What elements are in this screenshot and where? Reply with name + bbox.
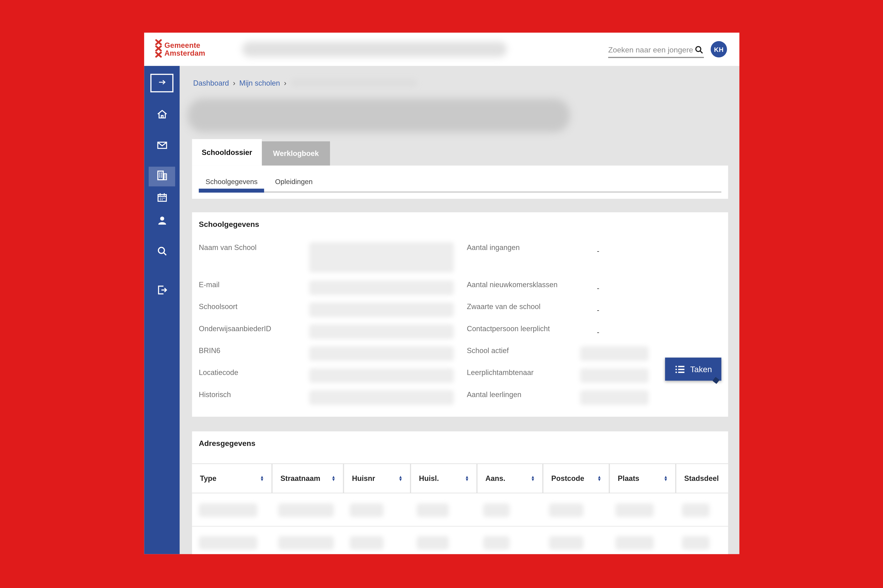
logout-icon (156, 284, 168, 298)
sort-arrows-icon[interactable]: ▲▼ (465, 475, 469, 482)
cell-value-redacted (199, 536, 257, 550)
field-label: Aantal nieuwkomersklassen (467, 280, 558, 289)
field-value-redacted (309, 346, 454, 361)
sort-down-icon: ▼ (597, 478, 601, 481)
taken-label: Taken (690, 364, 712, 374)
field-value: - (597, 306, 599, 314)
sort-down-icon: ▼ (465, 478, 469, 481)
cell-value-redacted (483, 503, 510, 517)
column-label: Straatnaam (280, 474, 320, 483)
column-header-type[interactable]: Type▲▼ (192, 464, 271, 493)
cell-value-redacted (417, 536, 449, 550)
schoolgegevens-card: Schoolgegevens Naam van SchoolE-mailScho… (192, 212, 728, 417)
column-label: Stadsdeel (684, 474, 719, 483)
field-label: Aantal leerlingen (467, 390, 521, 399)
sort-down-icon: ▼ (331, 478, 336, 481)
column-header-postcode[interactable]: Postcode▲▼ (543, 464, 609, 493)
table-cell (271, 527, 343, 554)
sort-down-icon: ▼ (531, 478, 535, 481)
search-icon (156, 245, 168, 260)
subtab-schoolgegevens[interactable]: Schoolgegevens (205, 178, 258, 186)
breadcrumb-link-dashboard[interactable]: Dashboard (193, 79, 229, 87)
tab-schooldossier[interactable]: Schooldossier (192, 139, 262, 166)
tab-werklogboek[interactable]: Werklogboek (262, 141, 330, 165)
column-header-straatnaam[interactable]: Straatnaam▲▼ (271, 464, 343, 493)
sidebar-item-logout[interactable] (144, 285, 180, 297)
card-title: Schoolgegevens (199, 220, 259, 229)
column-header-huisnr[interactable]: Huisnr▲▼ (343, 464, 410, 493)
column-label: Huisl. (419, 474, 439, 483)
field-label: Aantal ingangen (467, 243, 520, 252)
top-header: Gemeente Amsterdam Zoeken naar een jonge… (144, 33, 739, 66)
field-label: Zwaarte van de school (467, 303, 541, 311)
table-row[interactable] (192, 527, 728, 554)
search-icon[interactable] (694, 45, 704, 54)
column-header-stadsdeel[interactable]: Stadsdeel (675, 464, 728, 493)
sort-arrows-icon[interactable]: ▲▼ (260, 475, 264, 482)
field-value-redacted (580, 390, 649, 405)
person-icon (156, 214, 168, 229)
field-label: Leerplichtambtenaar (467, 368, 534, 377)
sidebar-item-home[interactable] (144, 110, 180, 122)
cell-value-redacted (199, 503, 257, 517)
cell-value-redacted (278, 503, 334, 517)
sidebar-item-calendar[interactable] (144, 192, 180, 205)
field-value-redacted (309, 303, 454, 317)
mail-icon (156, 139, 168, 154)
table-cell (410, 494, 477, 526)
sort-arrows-icon[interactable]: ▲▼ (597, 475, 601, 482)
field-value: - (597, 328, 599, 336)
column-header-plaats[interactable]: Plaats▲▼ (609, 464, 675, 493)
building-icon (155, 169, 168, 184)
table-cell (609, 527, 675, 554)
desktop-background: Gemeente Amsterdam Zoeken naar een jonge… (0, 0, 883, 588)
search-input[interactable]: Zoeken naar een jongere (608, 42, 704, 58)
table-cell (343, 527, 410, 554)
column-label: Huisnr (352, 474, 375, 483)
field-label: Contactpersoon leerplicht (467, 324, 550, 333)
avatar[interactable]: KH (711, 41, 727, 57)
field-value-redacted (309, 368, 454, 383)
sort-arrows-icon[interactable]: ▲▼ (399, 475, 403, 482)
table-cell (609, 494, 675, 526)
subtab-opleidingen[interactable]: Opleidingen (275, 178, 313, 186)
sidebar-collapse-button[interactable] (150, 74, 174, 92)
cell-value-redacted (350, 536, 384, 550)
arrow-right-icon (156, 77, 168, 89)
field-value: - (597, 284, 599, 292)
breadcrumb-link-mijn-scholen[interactable]: Mijn scholen (239, 79, 280, 87)
home-icon (156, 108, 168, 123)
field-label: Locatiecode (199, 368, 238, 377)
column-header-huisl[interactable]: Huisl.▲▼ (410, 464, 477, 493)
sort-arrows-icon[interactable]: ▲▼ (664, 475, 668, 482)
sort-arrows-icon[interactable]: ▲▼ (531, 475, 535, 482)
sidebar-item-schools[interactable] (144, 170, 180, 183)
breadcrumb: Dashboard›Mijn scholen› (193, 79, 417, 87)
column-header-aans[interactable]: Aans.▲▼ (477, 464, 543, 493)
taken-button[interactable]: Taken (665, 357, 721, 381)
cell-value-redacted (682, 536, 709, 550)
sidebar-item-search[interactable] (144, 246, 180, 259)
table-cell (192, 494, 271, 526)
sidebar-item-messages[interactable] (144, 140, 180, 153)
cell-value-redacted (350, 503, 384, 517)
sidebar-nav (144, 66, 180, 554)
field-value-redacted (309, 280, 454, 295)
dossier-tabs: SchooldossierWerklogboek (192, 139, 330, 166)
app-window: Gemeente Amsterdam Zoeken naar een jonge… (144, 33, 739, 554)
field-value: - (597, 247, 599, 255)
gemeente-amsterdam-logo[interactable]: Gemeente Amsterdam (155, 39, 205, 60)
table-row[interactable] (192, 494, 728, 526)
sort-down-icon: ▼ (664, 478, 668, 481)
column-label: Plaats (618, 474, 639, 483)
adresgegevens-card: Adresgegevens Type▲▼Straatnaam▲▼Huisnr▲▼… (192, 431, 728, 554)
address-table-header: Type▲▼Straatnaam▲▼Huisnr▲▼Huisl.▲▼Aans.▲… (192, 464, 728, 494)
sidebar-item-profile[interactable] (144, 216, 180, 228)
sort-arrows-icon[interactable]: ▲▼ (331, 475, 336, 482)
cell-value-redacted (616, 503, 654, 517)
column-label: Postcode (551, 474, 584, 483)
field-value-redacted (309, 324, 454, 339)
table-cell (477, 494, 543, 526)
field-label: School actief (467, 346, 509, 355)
subtab-bar: SchoolgegevensOpleidingen (192, 166, 728, 199)
